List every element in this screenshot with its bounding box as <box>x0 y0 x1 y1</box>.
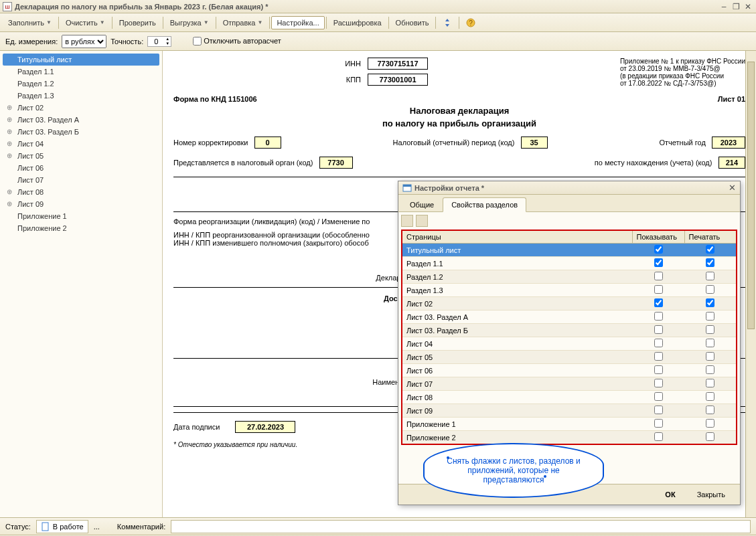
show-checkbox[interactable] <box>654 352 663 361</box>
show-checkbox[interactable] <box>654 298 663 307</box>
dialog-close-icon[interactable]: ✕ <box>729 183 736 193</box>
export-button[interactable]: Выгрузка▼ <box>165 16 214 29</box>
print-checkbox[interactable] <box>706 285 714 294</box>
precision-up[interactable]: ▲ <box>164 37 171 41</box>
window-title: Декларация по налогу на прибыль за Январ… <box>15 3 719 11</box>
tab-general[interactable]: Общие <box>401 197 443 212</box>
show-checkbox[interactable] <box>654 392 663 401</box>
kpp-value[interactable]: 773001001 <box>368 74 428 86</box>
send-button[interactable]: Отправка▼ <box>218 16 269 29</box>
sign-date-value[interactable]: 27.02.2023 <box>235 421 295 433</box>
table-row[interactable]: Лист 03. Раздел А <box>402 310 737 324</box>
table-row[interactable]: Титульный лист <box>402 244 737 257</box>
table-row[interactable]: Лист 02 <box>402 297 737 310</box>
nav-item[interactable]: Лист 07 <box>3 174 159 186</box>
refresh-button[interactable]: Обновить <box>390 16 435 29</box>
nav-item[interactable]: Лист 03. Раздел А <box>3 114 159 126</box>
comment-input[interactable] <box>171 520 751 533</box>
status-field[interactable]: В работе <box>36 520 88 533</box>
vertical-scrollbar[interactable] <box>745 51 756 517</box>
organ-value[interactable]: 7730 <box>319 157 353 169</box>
print-checkbox[interactable] <box>706 392 714 401</box>
nav-item[interactable]: Титульный лист <box>3 54 159 66</box>
print-checkbox[interactable] <box>706 432 714 441</box>
print-checkbox[interactable] <box>706 272 714 280</box>
inn-value[interactable]: 7730715117 <box>368 58 428 70</box>
expand-all-icon[interactable] <box>401 215 413 227</box>
table-row[interactable]: Лист 07 <box>402 377 737 391</box>
show-checkbox[interactable] <box>654 419 663 428</box>
show-checkbox[interactable] <box>654 325 663 334</box>
decode-button[interactable]: Расшифровка <box>328 16 387 29</box>
table-row[interactable]: Раздел 1.2 <box>402 270 737 284</box>
nav-item[interactable]: Лист 09 <box>3 198 159 210</box>
year-value[interactable]: 2023 <box>712 137 745 149</box>
period-value[interactable]: 35 <box>521 137 548 149</box>
collapse-all-icon[interactable] <box>416 215 428 227</box>
check-button[interactable]: Проверить <box>114 16 161 29</box>
settings-button[interactable]: Настройка... <box>271 16 324 29</box>
print-checkbox[interactable] <box>706 365 714 374</box>
nav-item[interactable]: Лист 02 <box>3 102 159 114</box>
place-value[interactable]: 214 <box>719 157 745 169</box>
print-checkbox[interactable] <box>706 258 714 267</box>
table-row[interactable]: Лист 03. Раздел Б <box>402 324 737 337</box>
close-button[interactable]: ✕ <box>743 2 753 11</box>
print-checkbox[interactable] <box>706 379 714 387</box>
show-checkbox[interactable] <box>654 406 663 414</box>
print-checkbox[interactable] <box>706 339 714 347</box>
show-checkbox[interactable] <box>654 285 663 294</box>
nav-item[interactable]: Лист 08 <box>3 186 159 198</box>
precision-input[interactable] <box>148 37 164 46</box>
help-icon[interactable]: ? <box>461 15 481 30</box>
correction-value[interactable]: 0 <box>254 137 281 149</box>
show-checkbox[interactable] <box>654 339 663 347</box>
table-row[interactable]: Лист 09 <box>402 404 737 418</box>
nav-item[interactable]: Лист 06 <box>3 162 159 174</box>
show-checkbox[interactable] <box>654 379 663 387</box>
nav-item[interactable]: Раздел 1.3 <box>3 90 159 102</box>
print-checkbox[interactable] <box>706 352 714 361</box>
nav-item[interactable]: Приложение 1 <box>3 210 159 222</box>
print-checkbox[interactable] <box>706 245 714 254</box>
minimize-button[interactable]: – <box>719 2 729 11</box>
dialog-ok-button[interactable]: ОК <box>657 488 683 501</box>
print-checkbox[interactable] <box>706 298 714 307</box>
show-checkbox[interactable] <box>654 432 663 441</box>
precision-down[interactable]: ▼ <box>164 41 171 46</box>
precision-stepper[interactable]: ▲▼ <box>147 36 171 47</box>
clear-button[interactable]: Очистить▼ <box>60 16 110 29</box>
table-row[interactable]: Приложение 1 <box>402 418 737 431</box>
dialog-close-button[interactable]: Закрыть <box>689 488 733 501</box>
table-row[interactable]: Раздел 1.1 <box>402 257 737 270</box>
status-picker-button[interactable]: ... <box>94 523 100 531</box>
nav-item[interactable]: Лист 05 <box>3 150 159 162</box>
nav-item[interactable]: Лист 04 <box>3 138 159 150</box>
table-row[interactable]: Раздел 1.3 <box>402 284 737 297</box>
nav-item[interactable]: Приложение 2 <box>3 222 159 234</box>
table-row[interactable]: Лист 06 <box>402 364 737 377</box>
maximize-button[interactable]: ❐ <box>731 2 741 11</box>
print-checkbox[interactable] <box>706 325 714 334</box>
fill-button[interactable]: Заполнить▼ <box>3 16 57 29</box>
show-checkbox[interactable] <box>654 365 663 374</box>
show-checkbox[interactable] <box>654 245 663 254</box>
print-checkbox[interactable] <box>706 419 714 428</box>
nav-item[interactable]: Лист 03. Раздел Б <box>3 126 159 138</box>
units-select[interactable]: в рублях <box>62 35 106 48</box>
expand-collapse-icon[interactable] <box>437 15 457 30</box>
print-checkbox[interactable] <box>706 406 714 414</box>
show-checkbox[interactable] <box>654 272 663 280</box>
table-row[interactable]: Лист 05 <box>402 351 737 364</box>
table-row[interactable]: Лист 08 <box>402 391 737 404</box>
table-row[interactable]: Лист 04 <box>402 337 737 351</box>
print-checkbox[interactable] <box>706 312 714 321</box>
show-checkbox[interactable] <box>654 312 663 321</box>
show-checkbox[interactable] <box>654 258 663 267</box>
nav-item[interactable]: Раздел 1.1 <box>3 66 159 78</box>
autocalc-checkbox[interactable] <box>193 37 202 46</box>
nav-item[interactable]: Раздел 1.2 <box>3 78 159 90</box>
autocalc-toggle[interactable]: Отключить авторасчет <box>193 37 281 46</box>
tab-sections[interactable]: Свойства разделов <box>443 197 526 212</box>
table-row[interactable]: Приложение 2 <box>402 431 737 445</box>
